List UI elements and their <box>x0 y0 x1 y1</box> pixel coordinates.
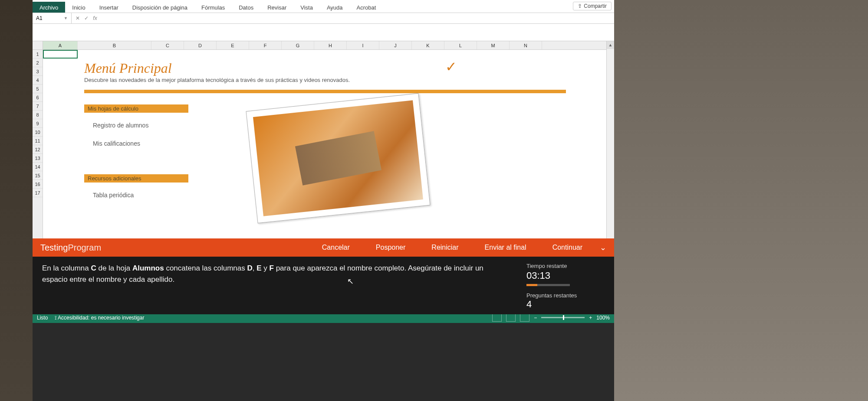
tp-time-value: 03:13 <box>526 270 605 281</box>
row-header-17[interactable]: 17 <box>33 189 43 197</box>
ribbon-tab-formulas[interactable]: Fórmulas <box>194 2 232 13</box>
col-header-j[interactable]: J <box>379 41 412 49</box>
tp-instruction: En la columna C de la hoja Alumnos conca… <box>42 263 526 308</box>
ribbon-collapsed-area <box>33 24 614 41</box>
row-header-4[interactable]: 4 <box>33 76 43 85</box>
checkmark-icon: ✓ <box>445 59 457 75</box>
accessibility-icon: ⟟ <box>55 315 56 321</box>
name-box[interactable]: A1 ▼ <box>33 13 72 23</box>
col-header-i[interactable]: I <box>347 41 379 49</box>
tp-send-button[interactable]: Enviar al final <box>485 244 526 251</box>
ribbon-tab-ayuda[interactable]: Ayuda <box>320 2 350 13</box>
sheet-title: Menú Principal <box>84 60 172 76</box>
column-header-row: A B C D E F G H I J K L M N <box>33 41 614 50</box>
zoom-out-icon[interactable]: − <box>534 315 537 321</box>
col-header-n[interactable]: N <box>510 41 542 49</box>
row-header-1[interactable]: 1 <box>33 50 43 59</box>
tp-continue-button[interactable]: Continuar <box>552 244 582 251</box>
row-header-6[interactable]: 6 <box>33 93 43 102</box>
testing-program-bar: TestingProgram Cancelar Posponer Reinici… <box>33 238 614 257</box>
share-button[interactable]: ⇪ Compartir <box>573 2 612 10</box>
col-header-f[interactable]: F <box>249 41 282 49</box>
view-page-break-icon[interactable] <box>520 314 529 322</box>
status-ready: Listo <box>37 315 48 321</box>
tp-collapse-icon[interactable]: ⌄ <box>600 243 606 252</box>
row-header-12[interactable]: 12 <box>33 145 43 154</box>
name-box-value: A1 <box>36 15 43 21</box>
link-mis-calificaciones[interactable]: Mis calificaciones <box>93 140 140 147</box>
row-header-7[interactable]: 7 <box>33 102 43 111</box>
ribbon-tab-revisar[interactable]: Revisar <box>260 2 293 13</box>
row-header-3[interactable]: 3 <box>33 67 43 76</box>
insert-function-icon[interactable]: fx <box>91 15 99 21</box>
view-page-layout-icon[interactable] <box>506 314 516 322</box>
tp-restart-button[interactable]: Reiniciar <box>431 244 458 251</box>
ribbon-tab-bar: Archivo Inicio Insertar Disposición de p… <box>33 0 614 13</box>
status-accessibility[interactable]: ⟟ Accesibilidad: es necesario investigar <box>55 315 144 321</box>
link-registro-alumnos[interactable]: Registro de alumnos <box>93 122 148 129</box>
name-box-dropdown-icon[interactable]: ▼ <box>64 16 68 20</box>
col-header-d[interactable]: D <box>184 41 217 49</box>
tp-time-progress <box>526 284 570 286</box>
col-header-k[interactable]: K <box>412 41 444 49</box>
ribbon-tab-disposicion[interactable]: Disposición de página <box>125 2 194 13</box>
ribbon-tab-insertar[interactable]: Insertar <box>92 2 125 13</box>
row-header-9[interactable]: 9 <box>33 119 43 128</box>
ribbon-tab-inicio[interactable]: Inicio <box>65 2 92 13</box>
sheet-subtitle: Descubre las novedades de la mejor plata… <box>84 77 350 83</box>
row-header-10[interactable]: 10 <box>33 128 43 137</box>
row-header-14[interactable]: 14 <box>33 163 43 171</box>
tp-side-panel: Tiempo restante 03:13 Preguntas restante… <box>526 263 605 308</box>
formula-cancel-icon[interactable]: ✕ <box>73 15 82 21</box>
row-header-8[interactable]: 8 <box>33 111 43 119</box>
row-header-16[interactable]: 16 <box>33 180 43 189</box>
link-tabla-periodica[interactable]: Tabla periódica <box>93 192 134 199</box>
divider-bar <box>84 90 566 93</box>
scroll-up-icon[interactable]: ▲ <box>607 41 614 49</box>
formula-bar-input[interactable] <box>101 13 614 23</box>
testing-program-logo: TestingProgram <box>40 243 101 253</box>
ribbon-tab-vista[interactable]: Vista <box>293 2 320 13</box>
row-header-5[interactable]: 5 <box>33 85 43 93</box>
section-header-recursos: Recursos adicionales <box>84 174 188 183</box>
col-header-g[interactable]: G <box>282 41 314 49</box>
zoom-in-icon[interactable]: + <box>589 315 592 321</box>
formula-bar-buttons: ✕ ✓ fx <box>72 13 101 23</box>
mouse-cursor-icon: ↖ <box>347 277 354 286</box>
share-label: Compartir <box>584 3 607 9</box>
view-normal-icon[interactable] <box>492 314 502 322</box>
col-header-m[interactable]: M <box>477 41 510 49</box>
ribbon-tab-acrobat[interactable]: Acrobat <box>350 2 383 13</box>
section-header-hojas: Mis hojas de cálculo <box>84 104 188 113</box>
col-header-a[interactable]: A <box>43 41 78 49</box>
select-all-corner[interactable] <box>33 41 43 50</box>
formula-accept-icon[interactable]: ✓ <box>82 15 91 21</box>
tp-cancel-button[interactable]: Cancelar <box>322 244 350 251</box>
col-header-b[interactable]: B <box>78 41 151 49</box>
share-icon: ⇪ <box>578 3 582 9</box>
row-header-13[interactable]: 13 <box>33 154 43 163</box>
row-header-11[interactable]: 11 <box>33 137 43 145</box>
row-header-15[interactable]: 15 <box>33 171 43 180</box>
formula-bar-row: A1 ▼ ✕ ✓ fx <box>33 13 614 24</box>
zoom-level[interactable]: 100% <box>596 315 610 321</box>
row-header-2[interactable]: 2 <box>33 59 43 67</box>
ribbon-tab-datos[interactable]: Datos <box>232 2 260 13</box>
decorative-photo <box>246 93 431 223</box>
testing-program-panel: En la columna C de la hoja Alumnos conca… <box>33 257 614 314</box>
tp-questions-label: Preguntas restantes <box>526 292 605 299</box>
tp-questions-value: 4 <box>526 299 605 310</box>
tp-time-label: Tiempo restante <box>526 263 605 269</box>
col-header-e[interactable]: E <box>217 41 249 49</box>
ribbon-tab-archivo[interactable]: Archivo <box>33 2 65 13</box>
col-header-l[interactable]: L <box>444 41 477 49</box>
col-header-c[interactable]: C <box>151 41 184 49</box>
zoom-slider[interactable] <box>541 317 585 318</box>
tp-postpone-button[interactable]: Posponer <box>376 244 406 251</box>
col-header-h[interactable]: H <box>314 41 347 49</box>
